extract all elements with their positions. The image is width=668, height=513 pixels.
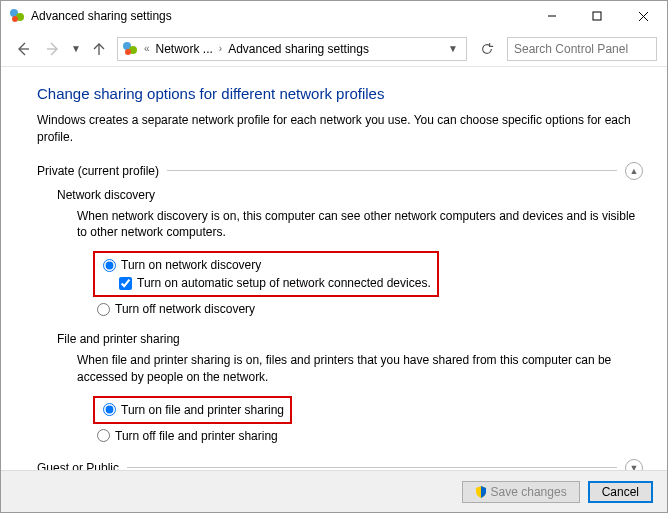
close-button[interactable]: [619, 1, 667, 31]
footer-bar: Save changes Cancel: [1, 470, 667, 512]
back-button[interactable]: [11, 37, 35, 61]
profile-guest-label: Guest or Public: [37, 461, 119, 470]
breadcrumb-network[interactable]: Network ...: [155, 42, 212, 56]
window-controls: [529, 1, 667, 31]
svg-rect-4: [593, 12, 601, 20]
file-sharing-title: File and printer sharing: [37, 332, 643, 346]
svg-point-2: [12, 16, 18, 22]
radio-fileshare-off[interactable]: Turn off file and printer sharing: [37, 427, 643, 445]
titlebar: Advanced sharing settings: [1, 1, 667, 31]
content-area: Change sharing options for different net…: [1, 67, 667, 470]
radio-fileshare-off-input[interactable]: [97, 429, 110, 442]
crumb-sep-icon: «: [142, 43, 152, 54]
page-description: Windows creates a separate network profi…: [37, 112, 643, 146]
chevron-right-icon: ›: [217, 43, 224, 54]
address-dropdown-icon[interactable]: ▼: [444, 43, 462, 54]
radio-fileshare-on-input[interactable]: [103, 403, 116, 416]
profile-guest-header[interactable]: Guest or Public ▼: [37, 459, 643, 470]
up-button[interactable]: [87, 37, 111, 61]
forward-button[interactable]: [41, 37, 65, 61]
navigation-toolbar: ▼ « Network ... › Advanced sharing setti…: [1, 31, 667, 67]
address-icon: [122, 41, 138, 57]
radio-discovery-on[interactable]: Turn on network discovery: [101, 256, 431, 274]
chevron-up-icon[interactable]: ▲: [625, 162, 643, 180]
highlight-fileshare: Turn on file and printer sharing: [93, 396, 292, 424]
shield-icon: [475, 486, 487, 498]
refresh-button[interactable]: [473, 37, 501, 61]
minimize-button[interactable]: [529, 1, 574, 31]
radio-discovery-off[interactable]: Turn off network discovery: [37, 300, 643, 318]
recent-locations-button[interactable]: ▼: [71, 43, 81, 54]
breadcrumb-advanced-sharing[interactable]: Advanced sharing settings: [228, 42, 369, 56]
page-heading: Change sharing options for different net…: [37, 85, 643, 102]
file-sharing-desc: When file and printer sharing is on, fil…: [37, 352, 643, 396]
highlight-discovery: Turn on network discovery Turn on automa…: [93, 251, 439, 297]
cancel-button[interactable]: Cancel: [588, 481, 653, 503]
control-panel-icon: [9, 8, 25, 24]
profile-private-header[interactable]: Private (current profile) ▲: [37, 162, 643, 180]
window-title: Advanced sharing settings: [31, 9, 529, 23]
checkbox-auto-setup-input[interactable]: [119, 277, 132, 290]
network-discovery-desc: When network discovery is on, this compu…: [37, 208, 643, 252]
profile-private-label: Private (current profile): [37, 164, 159, 178]
radio-discovery-on-input[interactable]: [103, 259, 116, 272]
radio-discovery-off-input[interactable]: [97, 303, 110, 316]
network-discovery-title: Network discovery: [37, 188, 643, 202]
svg-point-12: [125, 49, 131, 55]
radio-fileshare-on[interactable]: Turn on file and printer sharing: [101, 401, 284, 419]
checkbox-auto-setup[interactable]: Turn on automatic setup of network conne…: [101, 274, 431, 292]
address-bar[interactable]: « Network ... › Advanced sharing setting…: [117, 37, 467, 61]
maximize-button[interactable]: [574, 1, 619, 31]
chevron-down-icon[interactable]: ▼: [625, 459, 643, 470]
search-input[interactable]: [507, 37, 657, 61]
save-changes-button[interactable]: Save changes: [462, 481, 580, 503]
